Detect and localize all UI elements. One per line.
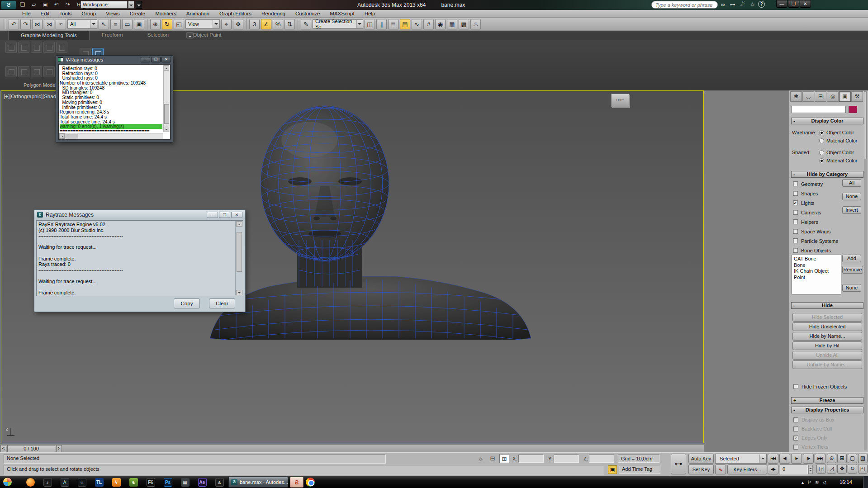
taskbar-item[interactable]: ▦ bbox=[176, 477, 194, 488]
isolate-selection-icon[interactable]: ▣ bbox=[608, 465, 617, 474]
ribbon-tool-button[interactable] bbox=[18, 42, 29, 53]
checkbox[interactable] bbox=[793, 248, 798, 253]
tray-icon[interactable]: ◁ bbox=[822, 480, 826, 485]
infocenter-icon[interactable]: ⊶ bbox=[730, 1, 735, 8]
toolbar-grip[interactable] bbox=[4, 19, 5, 29]
toolbar-icon[interactable]: ≣ bbox=[388, 19, 398, 29]
rollout-display-color[interactable]: -Display Color bbox=[791, 118, 863, 124]
checkbox[interactable] bbox=[793, 229, 798, 234]
key-mode-toggle-icon[interactable]: ◀▶ bbox=[768, 464, 778, 474]
absolute-offset-icon[interactable]: ⊞ bbox=[499, 454, 509, 463]
command-panel-tab[interactable]: ⚒ bbox=[851, 91, 863, 102]
highlighted-taskbar-app[interactable]: Ƨ bbox=[290, 477, 304, 488]
copy-button[interactable]: Copy bbox=[174, 298, 200, 308]
selection-lock-icon[interactable]: ⊟ bbox=[488, 454, 498, 463]
infocenter-icon[interactable]: ∞ bbox=[721, 1, 725, 8]
toolbar-icon[interactable]: ◱ bbox=[174, 19, 184, 29]
hide-action-button[interactable]: Hide by Name... bbox=[792, 332, 862, 341]
viewcube[interactable]: LEFT bbox=[611, 94, 629, 107]
toolbar-icon[interactable]: ▦ bbox=[447, 19, 457, 29]
toolbar-icon[interactable]: ⊕ bbox=[150, 19, 161, 29]
viewport-nav-icon[interactable]: ▢ bbox=[848, 454, 857, 463]
toolbar-icon[interactable]: ▩ bbox=[459, 19, 469, 29]
checkbox[interactable] bbox=[793, 417, 798, 422]
taskbar-item[interactable]: A bbox=[56, 477, 73, 488]
taskbar-item[interactable]: ♪ bbox=[39, 477, 56, 488]
infocenter-icon[interactable]: ☄ bbox=[740, 1, 745, 8]
menu-item[interactable]: Graph Editors bbox=[214, 10, 256, 17]
checkbox[interactable] bbox=[793, 238, 798, 243]
default-in-out-tangents-icon[interactable]: ∿ bbox=[715, 464, 726, 474]
command-panel-tab[interactable]: ◡ bbox=[802, 91, 814, 102]
toolbar-icon[interactable]: ≈ bbox=[56, 19, 66, 29]
minimize-icon[interactable]: — bbox=[141, 57, 150, 62]
minimize-button[interactable]: — bbox=[776, 0, 787, 8]
remove-button[interactable]: Remove bbox=[842, 266, 863, 274]
frame-spinner[interactable] bbox=[808, 465, 813, 474]
hide-action-button[interactable]: Hide Selected bbox=[792, 313, 862, 322]
ribbon-tool-button[interactable] bbox=[43, 42, 55, 53]
key-filters-button[interactable]: Key Filters... bbox=[727, 464, 767, 474]
toolbar-icon[interactable]: ♨ bbox=[470, 19, 481, 29]
taskbar-item[interactable]: Ps bbox=[159, 477, 176, 488]
list-item[interactable]: CAT Bone bbox=[794, 256, 839, 262]
rollout-display-properties[interactable]: -Display Properties bbox=[791, 407, 863, 413]
none-button[interactable]: None bbox=[842, 284, 861, 292]
menu-item[interactable]: MAXScript bbox=[325, 10, 359, 17]
infocenter-search-input[interactable] bbox=[651, 1, 718, 9]
adaptive-degradation-icon[interactable]: ☼ bbox=[476, 454, 486, 463]
hide-all-button[interactable]: All bbox=[842, 179, 861, 187]
toolbar-icon[interactable]: ↻ bbox=[162, 19, 172, 29]
ribbon-tab[interactable]: Selection bbox=[135, 31, 180, 40]
toolbar-icon[interactable]: ↖ bbox=[99, 19, 109, 29]
ribbon-tool-button[interactable] bbox=[56, 42, 67, 53]
checkbox[interactable] bbox=[793, 210, 798, 215]
viewport-nav-icon[interactable]: ⊞ bbox=[837, 454, 847, 463]
ribbon-tool-button[interactable] bbox=[31, 66, 42, 77]
qat-icon[interactable]: ▱ bbox=[30, 1, 38, 8]
hide-action-button[interactable]: Unhide All bbox=[792, 351, 862, 360]
checkbox[interactable] bbox=[793, 181, 798, 186]
toolbar-flyout-icon[interactable] bbox=[136, 1, 142, 9]
object-color-swatch[interactable] bbox=[849, 106, 857, 113]
toolbar-icon[interactable]: # bbox=[423, 19, 434, 29]
checkbox[interactable] bbox=[793, 384, 798, 389]
taskbar-item[interactable] bbox=[22, 477, 39, 488]
ribbon-tool-button[interactable] bbox=[5, 66, 17, 77]
maximize-icon[interactable]: ❐ bbox=[151, 57, 161, 62]
toolbar-icon[interactable]: ▭ bbox=[122, 19, 133, 29]
ribbon-tool-button[interactable] bbox=[31, 42, 42, 53]
toolbar-icon[interactable]: ≡ bbox=[110, 19, 121, 29]
qat-icon[interactable]: ▣ bbox=[42, 1, 49, 8]
toolbar-icon[interactable]: ✥ bbox=[233, 19, 243, 29]
taskbar-item[interactable]: ϟ bbox=[108, 477, 125, 488]
taskbar-item[interactable]: TL bbox=[90, 477, 108, 488]
reference-coordinate-dropdown[interactable]: View bbox=[185, 19, 220, 28]
taskbar-clock[interactable]: 16:14 bbox=[834, 476, 858, 488]
menu-item[interactable]: Group bbox=[76, 10, 101, 17]
transport-button[interactable]: ▶▶| bbox=[815, 454, 825, 464]
toolbar-icon[interactable]: 3 bbox=[249, 19, 260, 29]
vray-horizontal-scrollbar[interactable] bbox=[59, 133, 163, 139]
radio-button[interactable] bbox=[819, 138, 824, 143]
application-menu-button[interactable]: Ƨ bbox=[1, 0, 16, 9]
transport-button[interactable]: ▶ bbox=[791, 454, 802, 464]
ribbon-tool-button[interactable] bbox=[43, 66, 55, 77]
menu-item[interactable]: Edit bbox=[36, 10, 55, 17]
show-desktop-button[interactable] bbox=[863, 476, 868, 488]
set-key-button[interactable]: Set Key bbox=[688, 464, 714, 474]
checkbox[interactable] bbox=[793, 219, 798, 224]
raytrace-window-titlebar[interactable]: Ƨ Raytrace Messages — ❐ ✕ bbox=[34, 210, 245, 219]
hide-action-button[interactable]: Hide by Hit bbox=[792, 341, 862, 350]
taskbar-item[interactable]: ♞ bbox=[125, 477, 142, 488]
workspace-dropdown-arrow-icon[interactable] bbox=[128, 1, 134, 9]
menu-item[interactable]: Views bbox=[101, 10, 124, 17]
menu-item[interactable]: File bbox=[17, 10, 36, 17]
command-panel-tab[interactable]: ⊟ bbox=[815, 91, 826, 102]
checkbox[interactable] bbox=[793, 445, 798, 450]
menu-item[interactable]: Create bbox=[125, 10, 151, 17]
clear-button[interactable]: Clear bbox=[209, 298, 235, 308]
list-item[interactable]: Point bbox=[794, 275, 839, 281]
start-button[interactable] bbox=[3, 477, 12, 487]
taskbar-item[interactable]: F6 bbox=[142, 477, 159, 488]
